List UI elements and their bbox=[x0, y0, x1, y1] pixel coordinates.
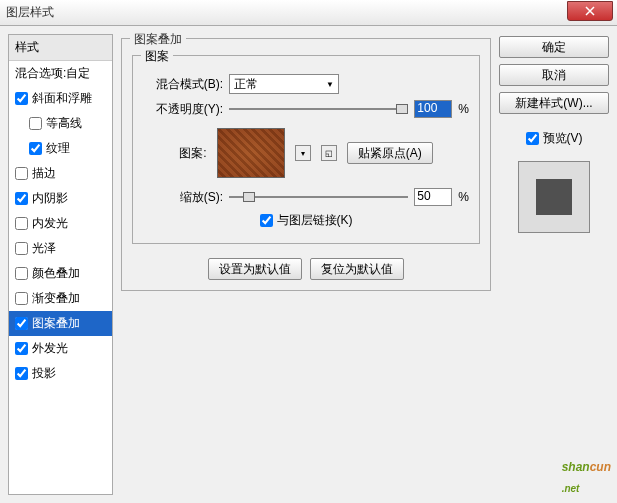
style-item[interactable]: 内阴影 bbox=[9, 186, 112, 211]
scale-slider[interactable] bbox=[229, 190, 408, 204]
right-panel: 确定 取消 新建样式(W)... 预览(V) bbox=[499, 34, 609, 495]
new-preset-button[interactable]: ◱ bbox=[321, 145, 337, 161]
style-item[interactable]: 斜面和浮雕 bbox=[9, 86, 112, 111]
style-item[interactable]: 投影 bbox=[9, 361, 112, 386]
snap-origin-button[interactable]: 贴紧原点(A) bbox=[347, 142, 433, 164]
opacity-label: 不透明度(Y): bbox=[143, 101, 223, 118]
style-item[interactable]: 颜色叠加 bbox=[9, 261, 112, 286]
titlebar: 图层样式 bbox=[0, 0, 617, 26]
pattern-label: 图案: bbox=[179, 145, 206, 162]
style-item[interactable]: 内发光 bbox=[9, 211, 112, 236]
opacity-slider[interactable] bbox=[229, 102, 408, 116]
link-layer-label: 与图层链接(K) bbox=[277, 212, 353, 229]
opacity-input[interactable]: 100 bbox=[414, 100, 452, 118]
style-item[interactable]: 图案叠加 bbox=[9, 311, 112, 336]
style-item-checkbox[interactable] bbox=[29, 142, 42, 155]
style-item-label: 图案叠加 bbox=[32, 315, 80, 332]
scale-input[interactable]: 50 bbox=[414, 188, 452, 206]
blend-mode-select[interactable]: 正常 ▼ bbox=[229, 74, 339, 94]
pattern-legend: 图案 bbox=[141, 48, 173, 65]
ok-button[interactable]: 确定 bbox=[499, 36, 609, 58]
chevron-down-icon: ▼ bbox=[326, 80, 334, 89]
pattern-swatch[interactable] bbox=[217, 128, 285, 178]
style-item-checkbox[interactable] bbox=[15, 267, 28, 280]
style-item-label: 光泽 bbox=[32, 240, 56, 257]
close-button[interactable] bbox=[567, 1, 613, 21]
percent-label: % bbox=[458, 102, 469, 116]
scale-label: 缩放(S): bbox=[143, 189, 223, 206]
style-item[interactable]: 描边 bbox=[9, 161, 112, 186]
style-item-checkbox[interactable] bbox=[29, 117, 42, 130]
style-item-checkbox[interactable] bbox=[15, 317, 28, 330]
style-item-label: 外发光 bbox=[32, 340, 68, 357]
style-item-checkbox[interactable] bbox=[15, 367, 28, 380]
style-item-label: 纹理 bbox=[46, 140, 70, 157]
style-item[interactable]: 纹理 bbox=[9, 136, 112, 161]
style-item-label: 内阴影 bbox=[32, 190, 68, 207]
style-item-checkbox[interactable] bbox=[15, 342, 28, 355]
pattern-dropdown-button[interactable]: ▾ bbox=[295, 145, 311, 161]
style-item-label: 投影 bbox=[32, 365, 56, 382]
style-item[interactable]: 外发光 bbox=[9, 336, 112, 361]
preview-checkbox[interactable] bbox=[526, 132, 539, 145]
group-legend: 图案叠加 bbox=[130, 31, 186, 48]
preview-label: 预览(V) bbox=[543, 130, 583, 147]
blend-options-row[interactable]: 混合选项:自定 bbox=[9, 61, 112, 86]
style-item-label: 斜面和浮雕 bbox=[32, 90, 92, 107]
set-default-button[interactable]: 设置为默认值 bbox=[208, 258, 302, 280]
style-item-label: 描边 bbox=[32, 165, 56, 182]
style-item-checkbox[interactable] bbox=[15, 242, 28, 255]
style-item-checkbox[interactable] bbox=[15, 92, 28, 105]
style-item-label: 等高线 bbox=[46, 115, 82, 132]
pattern-overlay-group: 图案叠加 图案 混合模式(B): 正常 ▼ 不透明度(Y): 100 bbox=[121, 38, 491, 291]
style-item-label: 颜色叠加 bbox=[32, 265, 80, 282]
preview-box bbox=[518, 161, 590, 233]
percent-label-2: % bbox=[458, 190, 469, 204]
style-item-label: 渐变叠加 bbox=[32, 290, 80, 307]
style-item-label: 内发光 bbox=[32, 215, 68, 232]
close-icon bbox=[585, 6, 595, 16]
link-layer-checkbox[interactable] bbox=[260, 214, 273, 227]
reset-default-button[interactable]: 复位为默认值 bbox=[310, 258, 404, 280]
style-item-checkbox[interactable] bbox=[15, 217, 28, 230]
style-item-checkbox[interactable] bbox=[15, 167, 28, 180]
styles-list: 样式 混合选项:自定 斜面和浮雕等高线纹理描边内阴影内发光光泽颜色叠加渐变叠加图… bbox=[8, 34, 113, 495]
style-item[interactable]: 光泽 bbox=[9, 236, 112, 261]
style-item[interactable]: 等高线 bbox=[9, 111, 112, 136]
window-title: 图层样式 bbox=[6, 4, 54, 21]
cancel-button[interactable]: 取消 bbox=[499, 64, 609, 86]
blend-mode-label: 混合模式(B): bbox=[143, 76, 223, 93]
style-item-checkbox[interactable] bbox=[15, 192, 28, 205]
styles-header: 样式 bbox=[9, 35, 112, 61]
style-item[interactable]: 渐变叠加 bbox=[9, 286, 112, 311]
style-item-checkbox[interactable] bbox=[15, 292, 28, 305]
new-style-button[interactable]: 新建样式(W)... bbox=[499, 92, 609, 114]
pattern-group: 图案 混合模式(B): 正常 ▼ 不透明度(Y): 100 % bbox=[132, 55, 480, 244]
center-panel: 图案叠加 图案 混合模式(B): 正常 ▼ 不透明度(Y): 100 bbox=[121, 34, 491, 495]
